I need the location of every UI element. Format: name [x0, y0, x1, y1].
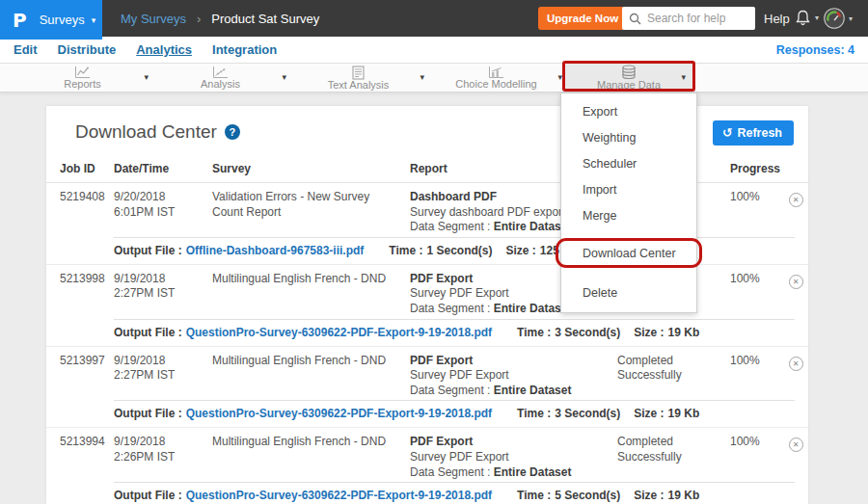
avatar-gauge-icon [824, 8, 845, 29]
col-header-datetime: Date/Time [114, 162, 212, 175]
menu-item-download-center[interactable]: Download Center [561, 241, 696, 267]
search-icon [629, 13, 641, 25]
job-id: 5213998 [60, 272, 114, 317]
chevron-down-icon[interactable]: ▾ [282, 72, 286, 82]
help-link[interactable]: Help [764, 0, 790, 37]
job-output-row: Output File :QuestionPro-Survey-6309622-… [114, 319, 795, 346]
chevron-down-icon[interactable]: ▾ [420, 72, 424, 82]
menu-item-export[interactable]: Export [561, 99, 696, 125]
help-search-box[interactable] [622, 7, 755, 30]
menu-item-scheduler[interactable]: Scheduler [561, 151, 696, 177]
scatter-chart-icon [212, 66, 229, 79]
toolbar-reports[interactable]: Reports ▾ [14, 64, 151, 92]
job-report: PDF Export Survey PDF Export Data Segmen… [410, 435, 617, 480]
job-report: PDF Export Survey PDF Export Data Segmen… [410, 354, 617, 399]
cancel-job-icon[interactable]: ✕ [789, 193, 803, 207]
questionpro-logo: P [13, 9, 27, 32]
manage-data-dropdown: Export Weighting Scheduler Import Merge … [560, 93, 697, 313]
job-survey: Multilingual English French - DND [212, 435, 410, 480]
col-header-job-id: Job ID [60, 162, 114, 175]
cancel-job-icon[interactable]: ✕ [789, 438, 803, 452]
job-survey: Multilingual English French - DND [212, 272, 410, 317]
job-id: 5213997 [60, 354, 114, 399]
breadcrumb: My Surveys › Product Sat Survey [121, 0, 319, 37]
menu-item-weighting[interactable]: Weighting [561, 125, 696, 151]
menu-item-import[interactable]: Import [561, 177, 696, 203]
toolbar-manage-data[interactable]: Manage Data ▾ [565, 64, 692, 92]
col-header-survey: Survey [212, 162, 410, 175]
toolbar-label: Choice Modelling [455, 79, 536, 90]
notifications-menu[interactable]: ▾ [795, 10, 819, 26]
output-file-link[interactable]: Offline-Dashboard-967583-iii.pdf [186, 244, 365, 257]
job-survey: Multilingual English French - DND [212, 354, 410, 399]
job-progress: 100% [730, 354, 781, 399]
page-title: Download Center? [75, 121, 240, 143]
help-question-icon[interactable]: ? [225, 124, 240, 140]
app-window: My Surveys › Product Sat Survey Upgrade … [0, 0, 868, 504]
chevron-down-icon: ▾ [92, 15, 96, 25]
line-chart-icon [74, 66, 91, 79]
toolbar-label: Text Analysis [328, 80, 390, 91]
col-header-progress: Progress [730, 162, 781, 175]
breadcrumb-current-survey: Product Sat Survey [211, 12, 319, 26]
chevron-down-icon[interactable]: ▾ [557, 72, 562, 82]
surveys-product-switcher[interactable]: P Surveys ▾ [0, 0, 102, 40]
output-file-link[interactable]: QuestionPro-Survey-6309622-PDF-Export-9-… [186, 407, 492, 420]
top-bar: My Surveys › Product Sat Survey Upgrade … [0, 0, 868, 37]
tab-edit[interactable]: Edit [14, 42, 38, 57]
job-progress: 100% [730, 190, 781, 235]
chevron-down-icon: ▾ [815, 13, 819, 22]
account-menu[interactable]: ▾ [824, 8, 853, 29]
table-row: 5213994 9/19/2018 2:26PM IST Multilingua… [46, 428, 808, 504]
menu-item-merge[interactable]: Merge [561, 203, 696, 229]
breadcrumb-separator-icon: › [197, 12, 201, 26]
job-datetime: 9/19/2018 2:27PM IST [114, 354, 212, 399]
job-status: Completed Successfully [617, 435, 730, 480]
job-progress: 100% [730, 272, 781, 317]
text-document-icon [352, 66, 365, 80]
database-icon [620, 65, 637, 80]
job-datetime: 9/20/2018 6:01PM IST [114, 190, 212, 235]
cancel-job-icon[interactable]: ✕ [789, 275, 803, 289]
output-file-link[interactable]: QuestionPro-Survey-6309622-PDF-Export-9-… [186, 326, 492, 339]
job-id: 5213994 [60, 435, 114, 480]
toolbar-label: Reports [64, 79, 101, 90]
toolbar-choice-modelling[interactable]: Choice Modelling ▾ [427, 64, 565, 92]
chevron-down-icon[interactable]: ▾ [681, 72, 686, 82]
job-status: Completed Successfully [617, 354, 730, 399]
job-survey: Validation Errors - New Survey Count Rep… [212, 190, 410, 235]
bar-line-chart-icon [488, 66, 504, 79]
bell-icon [795, 10, 811, 26]
job-datetime: 9/19/2018 2:27PM IST [114, 272, 212, 317]
menu-item-delete[interactable]: Delete [561, 280, 696, 306]
output-file-link[interactable]: QuestionPro-Survey-6309622-PDF-Export-9-… [186, 489, 492, 502]
cancel-job-icon[interactable]: ✕ [789, 357, 803, 371]
toolbar-label: Analysis [201, 79, 240, 90]
toolbar-label: Manage Data [597, 80, 661, 91]
job-datetime: 9/19/2018 2:26PM IST [114, 435, 212, 480]
refresh-button[interactable]: ↺Refresh [713, 120, 794, 146]
job-output-row: Output File :QuestionPro-Survey-6309622-… [114, 482, 795, 504]
refresh-icon: ↺ [722, 125, 732, 140]
tab-analytics[interactable]: Analytics [136, 42, 192, 57]
analytics-toolbar: Reports ▾ Analysis ▾ Text Analysis ▾ Cho… [0, 64, 868, 93]
product-menu-label: Surveys [40, 13, 85, 27]
toolbar-analysis[interactable]: Analysis ▾ [151, 64, 289, 92]
tab-distribute[interactable]: Distribute [58, 42, 117, 57]
upgrade-now-button[interactable]: Upgrade Now [538, 7, 627, 30]
job-output-row: Output File :QuestionPro-Survey-6309622-… [114, 400, 795, 427]
chevron-down-icon: ▾ [849, 14, 853, 23]
table-row: 5213997 9/19/2018 2:27PM IST Multilingua… [46, 347, 808, 429]
job-progress: 100% [730, 435, 781, 480]
breadcrumb-my-surveys[interactable]: My Surveys [121, 12, 186, 26]
responses-count: Responses: 4 [776, 37, 854, 64]
search-input[interactable] [647, 12, 751, 25]
chevron-down-icon[interactable]: ▾ [144, 72, 149, 82]
tab-integration[interactable]: Integration [212, 42, 277, 57]
job-id: 5219408 [60, 190, 114, 235]
survey-nav: Edit Distribute Analytics Integration Re… [0, 37, 868, 64]
toolbar-text-analysis[interactable]: Text Analysis ▾ [289, 64, 427, 92]
